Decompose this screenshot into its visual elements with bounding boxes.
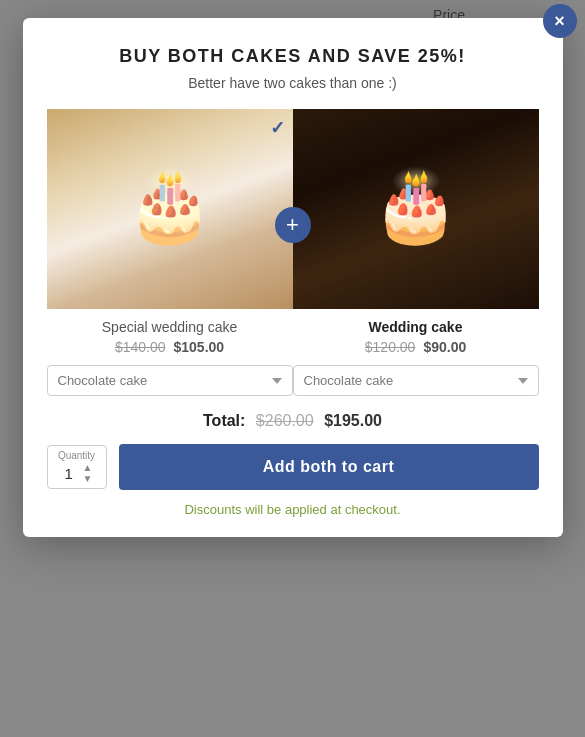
discount-note: Discounts will be applied at checkout. — [47, 502, 539, 517]
cake-card-1: ✓ Special wedding cake $140.00 $105.00 C… — [47, 109, 293, 396]
total-row: Total: $260.00 $195.00 — [47, 412, 539, 430]
modal-overlay: × BUY BOTH CAKES AND SAVE 25%! Better ha… — [0, 0, 585, 737]
cake1-select-wrapper: Chocolate cake Vanilla cake Red velvet — [47, 365, 293, 396]
cake2-select-wrapper: Chocolate cake Vanilla cake Red velvet — [293, 365, 539, 396]
add-cart-button[interactable]: Add both to cart — [119, 444, 539, 490]
cake-prices-1: $140.00 $105.00 — [115, 339, 224, 355]
quantity-arrows: ▲ ▼ — [83, 463, 93, 484]
plus-icon: + — [275, 207, 311, 243]
checkmark-icon: ✓ — [270, 117, 285, 139]
quantity-box: Quantity 1 ▲ ▼ — [47, 445, 107, 489]
quantity-up-button[interactable]: ▲ — [83, 463, 93, 473]
cake-image-1 — [47, 109, 293, 309]
cake-image-wrapper-2 — [293, 109, 539, 309]
bottom-row: Quantity 1 ▲ ▼ Add both to cart — [47, 444, 539, 490]
cake1-price-new: $105.00 — [174, 339, 225, 355]
modal-subtitle: Better have two cakes than one :) — [47, 75, 539, 91]
cake-name-1: Special wedding cake — [102, 319, 237, 335]
quantity-controls: 1 ▲ ▼ — [61, 463, 93, 484]
cake2-price-new: $90.00 — [423, 339, 466, 355]
cake2-flavor-select[interactable]: Chocolate cake Vanilla cake Red velvet — [293, 365, 539, 396]
quantity-label: Quantity — [58, 450, 95, 461]
modal-dialog: × BUY BOTH CAKES AND SAVE 25%! Better ha… — [23, 18, 563, 537]
cake-image-2 — [293, 109, 539, 309]
cake-name-2: Wedding cake — [369, 319, 463, 335]
cake-card-2: Wedding cake $120.00 $90.00 Chocolate ca… — [293, 109, 539, 396]
cake-image-wrapper-1: ✓ — [47, 109, 293, 309]
quantity-value: 1 — [61, 465, 77, 482]
modal-title: BUY BOTH CAKES AND SAVE 25%! — [47, 46, 539, 67]
close-button[interactable]: × — [543, 4, 577, 38]
cake-prices-2: $120.00 $90.00 — [365, 339, 466, 355]
cake1-flavor-select[interactable]: Chocolate cake Vanilla cake Red velvet — [47, 365, 293, 396]
cake1-price-old: $140.00 — [115, 339, 166, 355]
quantity-down-button[interactable]: ▼ — [83, 474, 93, 484]
total-price-new: $195.00 — [324, 412, 382, 429]
total-label: Total: — [203, 412, 245, 429]
cakes-row: ✓ Special wedding cake $140.00 $105.00 C… — [47, 109, 539, 396]
total-price-old: $260.00 — [256, 412, 314, 429]
cake2-price-old: $120.00 — [365, 339, 416, 355]
